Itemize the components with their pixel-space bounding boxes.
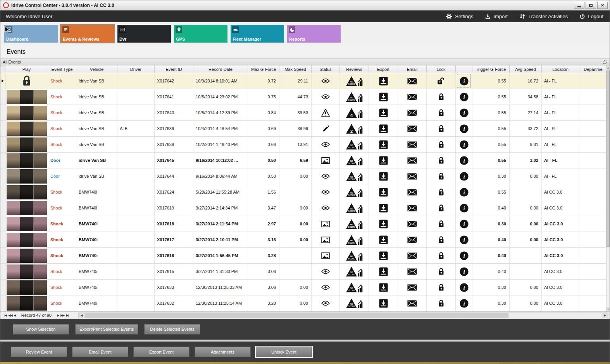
column-header-event-id[interactable]: Event ID [155, 65, 193, 73]
dashcam-thumbnail[interactable] [7, 137, 47, 152]
export-event-button[interactable]: Export Event [133, 347, 190, 357]
vertical-scroll-track[interactable] [607, 247, 610, 307]
play-cell[interactable] [5, 89, 48, 105]
scroll-up-icon[interactable]: ▲ [607, 65, 610, 70]
info-icon[interactable]: i [456, 105, 472, 120]
column-header-email[interactable]: Email [398, 65, 427, 73]
eye-status-icon[interactable] [312, 295, 340, 311]
review-score-icon[interactable]: NOSCORE [340, 184, 369, 200]
play-cell[interactable] [5, 137, 48, 152]
row-selector[interactable] [0, 232, 5, 247]
row-selector[interactable] [0, 168, 5, 184]
info-icon[interactable]: i [456, 264, 472, 279]
export-icon[interactable] [369, 280, 398, 295]
export-icon[interactable] [369, 153, 398, 168]
dashcam-thumbnail[interactable] [7, 264, 47, 279]
play-cell[interactable] [5, 121, 48, 136]
locked-icon[interactable] [427, 280, 456, 295]
close-button[interactable]: × [597, 2, 608, 9]
popout-window-icon[interactable] [603, 60, 607, 64]
unlock-event-button[interactable]: Unlock Event [256, 347, 312, 357]
column-header-max-speed[interactable]: Max Speed [279, 65, 312, 73]
column-header-departme[interactable]: Departme [579, 65, 607, 73]
column-header-driver[interactable]: Driver [117, 65, 155, 73]
export-icon[interactable] [369, 105, 398, 120]
email-icon[interactable] [398, 232, 427, 247]
eye-status-icon[interactable] [312, 184, 340, 200]
export-icon[interactable] [369, 264, 398, 279]
dashcam-thumbnail[interactable] [7, 296, 47, 311]
email-icon[interactable] [398, 105, 427, 120]
scroll-left-icon[interactable]: ◀ [79, 313, 85, 318]
transfer-button[interactable]: Transfer Activities [519, 13, 568, 19]
review-score-icon[interactable]: NOSCORE [340, 153, 369, 168]
settings-button[interactable]: Settings [446, 13, 473, 20]
event-row-X017616[interactable]: ShockBMW740iX0176163/27/2014 1:56:45 PM3… [0, 248, 610, 264]
last-page-button[interactable]: ▶| [65, 314, 69, 317]
column-header-max-g-force[interactable]: Max G-Force [248, 65, 279, 73]
play-cell[interactable] [5, 168, 48, 184]
info-icon[interactable]: i [456, 137, 472, 152]
dashcam-thumbnail[interactable] [7, 280, 47, 295]
locked-icon[interactable] [427, 137, 456, 152]
logout-button[interactable]: Logout [579, 14, 603, 19]
locked-icon[interactable] [427, 295, 456, 311]
export-icon[interactable] [369, 73, 398, 89]
warning-status-icon[interactable] [312, 105, 340, 120]
column-header-info[interactable] [456, 65, 472, 73]
scroll-down-icon[interactable]: ▼ [607, 307, 610, 311]
event-row-X017638[interactable]: Shockidrive Van SBX01763810/2/2014 1:46:… [0, 137, 610, 153]
locked-icon[interactable] [427, 248, 456, 263]
column-header-reviews[interactable]: Reviews [340, 65, 369, 73]
prev-group-button[interactable]: ◀◀ [7, 314, 13, 317]
locked-icon[interactable] [427, 216, 456, 232]
email-icon[interactable] [398, 168, 427, 184]
play-cell[interactable] [5, 184, 48, 200]
email-icon[interactable] [398, 184, 427, 200]
dashcam-thumbnail[interactable] [7, 185, 47, 199]
column-header-status[interactable]: Status [312, 65, 340, 73]
photo-status-icon[interactable] [312, 153, 340, 168]
event-row-X017645[interactable]: Dooridrive Van SBX0176459/16/2014 10:12:… [0, 153, 610, 168]
column-header-record-date[interactable]: Record Date [193, 65, 248, 73]
row-selector[interactable] [0, 216, 5, 232]
email-icon[interactable] [398, 137, 427, 152]
column-header-trigger-g-force[interactable]: Trigger G-Force [472, 65, 510, 73]
event-row-X017640[interactable]: Shockidrive Van SBX01764010/5/2014 4:12:… [0, 105, 610, 121]
event-row-X017642[interactable]: Shockidrive Van SBX01764210/9/2014 8:10:… [0, 73, 610, 89]
review-score-icon[interactable]: NOSCORE [340, 73, 369, 89]
column-header-export[interactable]: Export [369, 65, 398, 73]
review-score-icon[interactable]: NOSCORE [340, 264, 369, 279]
email-icon[interactable] [398, 216, 427, 232]
review-score-icon[interactable]: NOSCORE [340, 168, 369, 184]
column-header-avg-speed[interactable]: Avg Speed [510, 65, 542, 73]
row-selector[interactable] [0, 184, 5, 200]
email-icon[interactable] [398, 280, 427, 295]
info-icon[interactable]: i [456, 280, 472, 295]
dashcam-thumbnail[interactable] [7, 169, 47, 184]
export-print-selected-events-button[interactable]: Export/Print Selected Events [75, 324, 138, 335]
export-icon[interactable] [369, 248, 398, 263]
eye-status-icon[interactable] [312, 137, 340, 152]
row-selector[interactable] [0, 73, 5, 89]
column-header-vehicle[interactable]: Vehicle [76, 65, 117, 73]
play-cell[interactable] [5, 216, 48, 232]
review-score-icon[interactable]: NOSCORE [340, 216, 369, 232]
unlocked-icon[interactable] [427, 73, 456, 89]
email-event-button[interactable]: Email Event [72, 347, 128, 357]
email-icon[interactable] [398, 295, 427, 311]
export-icon[interactable] [369, 184, 398, 200]
eye-status-icon[interactable] [312, 168, 340, 184]
row-selector[interactable] [0, 89, 5, 105]
nav-tile-dashboard[interactable]: Dashboard [4, 25, 58, 43]
eye-status-icon[interactable] [312, 200, 340, 216]
locked-icon[interactable] [427, 168, 456, 184]
export-icon[interactable] [369, 89, 398, 105]
review-event-button[interactable]: Review Event [11, 347, 67, 357]
info-icon[interactable]: i [456, 153, 472, 168]
email-icon[interactable] [398, 200, 427, 216]
locked-icon[interactable] [427, 121, 456, 136]
horizontal-scrollbar[interactable]: ◀ ▶ [78, 312, 608, 318]
info-icon[interactable]: i [456, 248, 472, 263]
scroll-right-icon[interactable]: ▶ [602, 313, 608, 318]
